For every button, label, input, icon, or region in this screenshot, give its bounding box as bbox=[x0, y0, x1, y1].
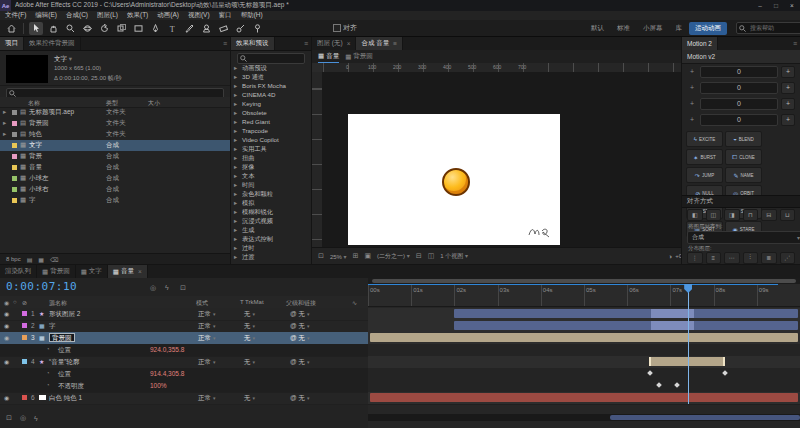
blend-mode-select[interactable]: 正常▾ bbox=[198, 358, 216, 367]
help-search-input[interactable] bbox=[748, 24, 800, 32]
exposure-icon[interactable]: ◑ bbox=[668, 253, 672, 260]
property-value[interactable]: 924.0,355.8 bbox=[150, 346, 184, 353]
effects-group[interactable]: ▸Boris FX Mocha bbox=[231, 82, 311, 91]
property-value[interactable]: 100% bbox=[150, 382, 167, 389]
tab-layer-viewer[interactable]: 图层 (无) × bbox=[312, 37, 356, 50]
project-item-row[interactable]: ▦ 背景 合成 bbox=[0, 151, 230, 162]
pickwhip-icon[interactable]: @ bbox=[290, 322, 297, 329]
tab-effect-controls[interactable]: 效果控件背景圆 bbox=[24, 37, 81, 50]
effects-group[interactable]: ▸表达式控制 bbox=[231, 235, 311, 244]
composition-canvas[interactable] bbox=[348, 114, 560, 245]
viewer-content[interactable] bbox=[322, 72, 681, 248]
menu-file[interactable]: 文件(F) bbox=[5, 11, 26, 20]
bit-depth-indicator[interactable]: 8 bpc bbox=[6, 256, 21, 262]
tab-render-queue[interactable]: 渲染队列 bbox=[0, 265, 37, 278]
align-bottom-button[interactable]: ⊔ bbox=[780, 209, 796, 221]
label-color-swatch[interactable] bbox=[12, 132, 17, 137]
pickwhip-icon[interactable]: @ bbox=[290, 358, 297, 365]
expander-icon[interactable]: ▸ bbox=[234, 208, 237, 215]
project-item-row[interactable]: ▸ ▤ 无标题项目.aep 文件夹 bbox=[0, 107, 230, 118]
workspace-default[interactable]: 默认 bbox=[585, 22, 610, 35]
project-item-row[interactable]: ▦ 音量 合成 bbox=[0, 162, 230, 173]
parent-select[interactable]: @ 无▾ bbox=[290, 310, 309, 319]
expander-icon[interactable]: ▸ bbox=[234, 64, 237, 71]
label-color-swatch[interactable] bbox=[12, 176, 17, 181]
horizontal-scrollbar[interactable] bbox=[368, 414, 800, 421]
effects-group[interactable]: ▸生成 bbox=[231, 226, 311, 235]
expander-icon[interactable]: ▸ bbox=[3, 119, 6, 127]
panel-menu-icon[interactable]: ≡ bbox=[301, 37, 311, 50]
shape-tool-icon[interactable] bbox=[131, 22, 145, 35]
effects-group[interactable]: ▸Obsolete bbox=[231, 109, 311, 118]
column-mode[interactable]: 模式 bbox=[196, 299, 208, 308]
expander-icon[interactable]: ▸ bbox=[234, 199, 237, 206]
motion-tool-excite[interactable]: ϟEXCITE bbox=[686, 131, 723, 147]
label-color-swatch[interactable] bbox=[12, 110, 17, 115]
distribute-right-button[interactable]: ⋰ bbox=[780, 252, 796, 264]
layer-duration-bar[interactable] bbox=[454, 309, 797, 318]
home-icon[interactable] bbox=[4, 22, 18, 35]
effects-group[interactable]: ▸Keying bbox=[231, 100, 311, 109]
panel-menu-icon[interactable]: ≡ bbox=[790, 37, 800, 50]
effects-group[interactable]: ▸时间 bbox=[231, 181, 311, 190]
clone-stamp-tool-icon[interactable] bbox=[199, 22, 213, 35]
parent-select[interactable]: @ 无▾ bbox=[290, 358, 309, 367]
menu-window[interactable]: 窗口 bbox=[219, 11, 232, 20]
layer-duration-bar[interactable] bbox=[370, 393, 798, 402]
layer-name[interactable]: 形状图层 2 bbox=[49, 310, 80, 319]
trkmat-select[interactable]: 无▾ bbox=[244, 322, 255, 331]
expander-icon[interactable]: ▸ bbox=[234, 244, 237, 251]
align-v-center-button[interactable]: ⊟ bbox=[761, 209, 777, 221]
eye-icon[interactable]: ◉ bbox=[4, 394, 9, 401]
time-ruler[interactable]: 00s 01s 02s 03s 04s 05s 06s 07s 08s 09s bbox=[368, 284, 800, 307]
distribute-top-button[interactable]: ⋮ bbox=[687, 252, 703, 264]
time-navigator-thumb[interactable] bbox=[372, 279, 795, 283]
blend-mode-select[interactable]: 正常▾ bbox=[198, 310, 216, 319]
project-item-row[interactable]: ▦ 小球左 合成 bbox=[0, 173, 230, 184]
label-color-swatch[interactable] bbox=[12, 187, 17, 192]
brush-tool-icon[interactable] bbox=[182, 22, 196, 35]
expander-icon[interactable]: ▸ bbox=[234, 127, 237, 134]
project-item-row[interactable]: ▦ 字 合成 bbox=[0, 195, 230, 206]
workspace-motion[interactable]: 运动动画 bbox=[689, 22, 727, 35]
close-icon[interactable]: × bbox=[138, 268, 142, 275]
transparency-grid-icon[interactable]: ◫ bbox=[428, 252, 435, 260]
motion-tool-clone[interactable]: ⧠CLONE bbox=[725, 149, 762, 165]
panel-menu-icon[interactable]: ≡ bbox=[393, 40, 397, 47]
expander-icon[interactable]: ▸ bbox=[234, 253, 237, 260]
comp-mini-flowchart-icon[interactable]: ◎ bbox=[150, 284, 156, 292]
menu-help[interactable]: 帮助(H) bbox=[241, 11, 263, 20]
expander-icon[interactable]: ▸ bbox=[234, 91, 237, 98]
parent-select[interactable]: @ 无▾ bbox=[290, 394, 309, 403]
tab-effects-presets[interactable]: 效果和预设 bbox=[231, 37, 275, 50]
breadcrumb-comp-bgcircle[interactable]: ▦ 背景圆 bbox=[345, 51, 373, 63]
puppet-pin-tool-icon[interactable] bbox=[250, 22, 264, 35]
align-left-button[interactable]: ◧ bbox=[687, 209, 703, 221]
label-color-swatch[interactable] bbox=[12, 198, 17, 203]
stopwatch-icon[interactable]: ◔ bbox=[46, 382, 50, 388]
keyframe-icon[interactable] bbox=[674, 382, 680, 388]
snap-checkbox[interactable] bbox=[333, 24, 341, 32]
menu-layer[interactable]: 图层(L) bbox=[97, 11, 118, 20]
hand-tool-icon[interactable] bbox=[46, 22, 60, 35]
effects-group[interactable]: ▸Trapcode bbox=[231, 127, 311, 136]
effects-group[interactable]: ▸3D 通道 bbox=[231, 73, 311, 82]
property-value[interactable]: 914.4,305.8 bbox=[150, 370, 184, 377]
effects-group[interactable]: ▸过时 bbox=[231, 244, 311, 253]
layer-name[interactable]: 字 bbox=[49, 322, 56, 331]
draft-3d-icon[interactable]: ϟ bbox=[165, 284, 169, 291]
keyframe-icon[interactable] bbox=[647, 370, 653, 376]
motion-tool-jump[interactable]: ↷JUMP bbox=[686, 167, 723, 183]
effects-group[interactable]: ▸实用工具 bbox=[231, 145, 311, 154]
blend-mode-select[interactable]: 正常▾ bbox=[198, 334, 216, 343]
parent-select[interactable]: @ 无▾ bbox=[290, 322, 309, 331]
stepper-value-field[interactable]: 0 bbox=[700, 66, 778, 78]
blend-mode-select[interactable]: 正常▾ bbox=[198, 322, 216, 331]
menu-view[interactable]: 视图(V) bbox=[188, 11, 210, 20]
resolution-select[interactable]: (二分之一) ▾ bbox=[377, 252, 410, 261]
expander-icon[interactable]: ▸ bbox=[234, 217, 237, 224]
expander-icon[interactable]: ▸ bbox=[234, 109, 237, 116]
workspace-libraries[interactable]: 库 bbox=[670, 22, 689, 35]
magnification-icon[interactable]: ⊡ bbox=[318, 252, 324, 260]
project-item-row[interactable]: ▸ ▤ 背景圆 文件夹 bbox=[0, 118, 230, 129]
